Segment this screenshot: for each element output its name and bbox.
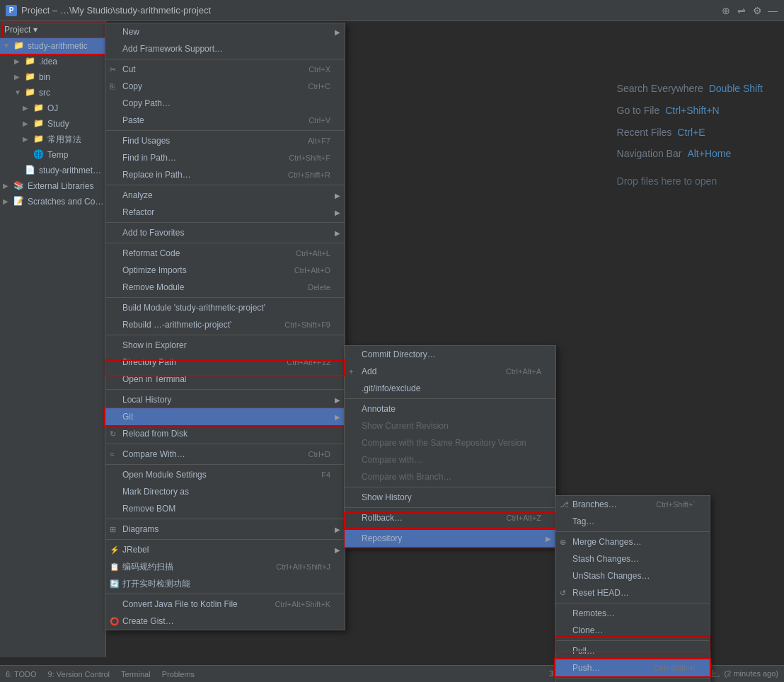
sep3 [105, 185, 345, 185]
tree-item-src[interactable]: ▼ 📁 src [0, 85, 105, 100]
menu-find-usages[interactable]: Find Usages Alt+F7 [105, 132, 345, 149]
menu-find-usages-shortcut: Alt+F7 [308, 137, 330, 145]
git-commit-dir[interactable]: Commit Directory… [345, 346, 555, 363]
menu-replace-path[interactable]: Replace in Path… Ctrl+Shift+R [105, 166, 345, 183]
menu-optimize[interactable]: Optimize Imports Ctrl+Alt+O [105, 262, 345, 279]
sep10 [105, 464, 345, 465]
repo-clone[interactable]: Clone… [555, 622, 710, 639]
menu-module-settings-shortcut: F4 [321, 470, 330, 479]
repo-push[interactable]: Push… Ctrl+Shift+K [555, 659, 710, 676]
tree-item-bin[interactable]: ▶ 📁 bin [0, 69, 105, 85]
title-bar-controls: ⊕ ⇌ ⚙ — [720, 5, 778, 16]
menu-remove-module-shortcut: Delete [308, 283, 330, 291]
folder-icon-oj: 📁 [33, 103, 45, 114]
menu-module-settings[interactable]: Open Module Settings F4 [105, 466, 345, 483]
status-todo-label: 6: TODO [6, 670, 37, 678]
tree-item-study[interactable]: ▶ 📁 Study [0, 116, 105, 132]
git-repository[interactable]: Repository ▶ [345, 530, 555, 547]
menu-reformat[interactable]: Reformat Code Ctrl+Alt+L [105, 245, 345, 262]
repo-reset-head[interactable]: ↺ Reset HEAD… [555, 584, 710, 601]
sep4 [105, 222, 345, 223]
menu-mark-dir[interactable]: Mark Directory as [105, 483, 345, 500]
menu-remove-module[interactable]: Remove Module Delete [105, 279, 345, 296]
menu-convert-kotlin[interactable]: Convert Java File to Kotlin File Ctrl+Al… [105, 596, 345, 613]
git-add[interactable]: + Add Ctrl+Alt+A [345, 363, 555, 380]
merge-icon: ⊕ [560, 538, 566, 547]
menu-analyze[interactable]: Analyze ▶ [105, 187, 345, 204]
repo-branches[interactable]: ⎇ Branches… Ctrl+Shift+` [555, 496, 710, 513]
menu-copy-path[interactable]: Copy Path… [105, 95, 345, 112]
menu-cut-label: Cut [122, 64, 136, 74]
menu-convert-kotlin-shortcut: Ctrl+Alt+Shift+K [275, 600, 330, 608]
menu-find-path[interactable]: Find in Path… Ctrl+Shift+F [105, 149, 345, 166]
menu-paste[interactable]: Paste Ctrl+V [105, 112, 345, 129]
menu-diagrams[interactable]: ⊞ Diagrams ▶ [105, 521, 345, 538]
repo-tag[interactable]: Tag… [555, 513, 710, 530]
tree-item-temp[interactable]: ▶ 🌐 Temp [0, 147, 105, 163]
title-switch-btn[interactable]: ⇌ [736, 5, 747, 16]
tree-item-idea[interactable]: ▶ 📁 .idea [0, 54, 105, 69]
menu-git[interactable]: Git ▶ [105, 408, 345, 425]
repo-unstash[interactable]: UnStash Changes… [555, 567, 710, 584]
cut-icon: ✂ [110, 65, 116, 74]
tree-item-extlibs[interactable]: ▶ 📚 External Libraries [0, 178, 105, 194]
menu-add-framework-label: Add Framework Support… [122, 44, 223, 54]
repo-remotes-label: Remotes… [572, 608, 615, 618]
tree-item-algorithms[interactable]: ▶ 📁 常用算法 [0, 132, 105, 147]
menu-build[interactable]: Build Module 'study-arithmetic-project' [105, 299, 345, 316]
repo-sep1 [555, 531, 710, 532]
status-problems[interactable]: Problems [162, 670, 195, 678]
git-annotate[interactable]: Annotate [345, 400, 555, 417]
repo-pull[interactable]: Pull… [555, 642, 710, 659]
menu-add-favorites[interactable]: Add to Favorites ▶ [105, 224, 345, 241]
git-exclude-label: .git/info/exclude [362, 383, 420, 393]
git-show-history[interactable]: Show History [345, 489, 555, 506]
menu-refactor[interactable]: Refactor ▶ [105, 204, 345, 221]
shortcut-file: Go to File Ctrl+Shift+N [617, 100, 763, 122]
git-add-label: Add [362, 366, 376, 376]
sep8 [105, 389, 345, 390]
menu-jrebel[interactable]: ⚡ JRebel ▶ [105, 541, 345, 558]
repo-clone-label: Clone… [572, 625, 603, 635]
status-todo[interactable]: 6: TODO [6, 670, 37, 678]
menu-copy[interactable]: ⎘ Copy Ctrl+C [105, 78, 345, 95]
git-compare-branch-label: Compare with Branch… [362, 472, 451, 482]
menu-show-explorer[interactable]: Show in Explorer [105, 337, 345, 354]
git-show-revision: Show Current Revision [345, 417, 555, 434]
menu-new[interactable]: New ▶ [105, 23, 345, 40]
menu-rebuild[interactable]: Rebuild …-arithmetic-project' Ctrl+Shift… [105, 316, 345, 333]
git-rollback[interactable]: Rollback… Ctrl+Alt+Z [345, 509, 555, 526]
menu-dir-path[interactable]: Directory Path Ctrl+Alt+F12 [105, 354, 345, 371]
menu-reload[interactable]: ↻ Reload from Disk [105, 425, 345, 442]
repo-remotes[interactable]: Remotes… [555, 605, 710, 622]
menu-cut[interactable]: ✂ Cut Ctrl+X [105, 61, 345, 78]
repo-stash[interactable]: Stash Changes… [555, 550, 710, 567]
title-settings-btn[interactable]: ⚙ [751, 5, 763, 16]
menu-compare[interactable]: ≈ Compare With… Ctrl+D [105, 446, 345, 463]
status-vcs[interactable]: 9: Version Control [48, 670, 110, 678]
git-compare-branch: Compare with Branch… [345, 468, 555, 485]
repo-merge[interactable]: ⊕ Merge Changes… [555, 533, 710, 550]
tree-label-temp: Temp [47, 150, 68, 160]
menu-coding-scan[interactable]: 📋 编码规约扫描 Ctrl+Alt+Shift+J [105, 558, 345, 575]
menu-add-framework[interactable]: Add Framework Support… [105, 40, 345, 57]
repo-branches-shortcut: Ctrl+Shift+` [656, 500, 696, 509]
menu-replace-path-label: Replace in Path… [122, 170, 191, 180]
menu-optimize-shortcut: Ctrl+Alt+O [294, 266, 330, 274]
tree-item-root[interactable]: ▼ 📁 study-arithmetic [0, 38, 105, 54]
menu-local-history[interactable]: Local History ▶ [105, 391, 345, 408]
tree-item-scratches[interactable]: ▶ 📝 Scratches and Co… [0, 194, 105, 209]
menu-open-terminal[interactable]: Open in Terminal [105, 371, 345, 388]
git-exclude[interactable]: .git/info/exclude [345, 380, 555, 397]
title-globe-btn[interactable]: ⊕ [720, 5, 732, 16]
tree-item-oj[interactable]: ▶ 📁 OJ [0, 100, 105, 116]
title-minimize-btn[interactable]: — [767, 5, 778, 16]
menu-realtime[interactable]: 🔄 打开实时检测功能 [105, 575, 345, 592]
tree-item-studyarith[interactable]: ▶ 📄 study-arithmet… [0, 163, 105, 178]
menu-build-label: Build Module 'study-arithmetic-project' [122, 303, 265, 313]
menu-remove-bom[interactable]: Remove BOM [105, 500, 345, 517]
menu-dir-path-shortcut: Ctrl+Alt+F12 [287, 358, 330, 366]
status-terminal[interactable]: Terminal [121, 670, 151, 678]
repo-sep4 [555, 678, 710, 678]
menu-create-gist[interactable]: ⭕ Create Gist… [105, 613, 345, 630]
